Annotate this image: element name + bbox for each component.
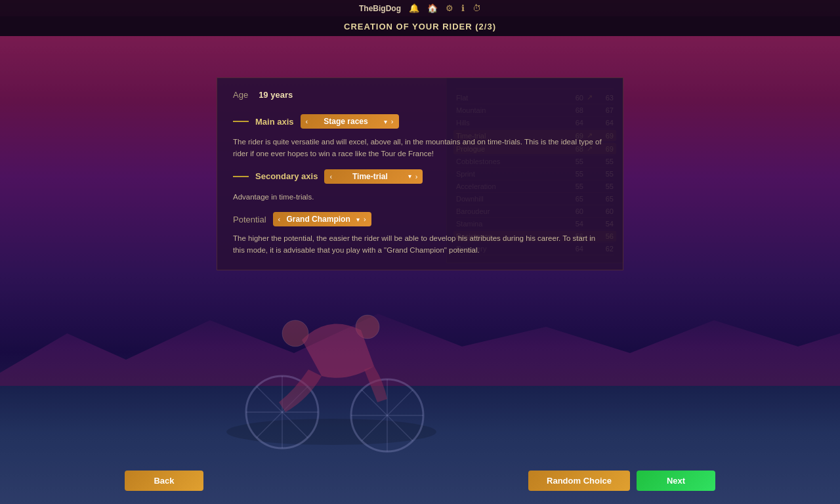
potential-value: Grand Champion [284,215,352,224]
selector-right-arrow[interactable]: › [391,117,394,125]
main-axis-label: Main axis [255,117,294,127]
next-button[interactable]: Next [637,471,715,491]
username: TheBigDog [359,4,401,13]
title-bar: CREATION OF YOUR RIDER (2/3) [0,16,840,36]
main-axis-description: The rider is quite versatile and will ex… [233,136,607,160]
info-icon[interactable]: ℹ [461,3,465,13]
back-button[interactable]: Back [125,471,203,491]
section-divider [233,121,249,122]
page-title: CREATION OF YOUR RIDER (2/3) [344,22,496,32]
age-label: Age [233,90,248,100]
sec-selector-down-arrow[interactable]: ▾ [408,173,411,180]
secondary-axis-selector[interactable]: ‹ Time-trial ▾ › [324,169,423,184]
secondary-axis-header: Secondary axis ‹ Time-trial ▾ › [233,169,607,184]
secondary-axis-label: Secondary axis [255,171,318,181]
sec-selector-left-arrow[interactable]: ‹ [329,173,332,180]
potential-selector[interactable]: ‹ Grand Champion ▾ › [273,212,371,226]
potential-description: The higher the potential, the easier the… [233,233,607,257]
main-axis-header: Main axis ‹ Stage races ▾ › [233,114,607,129]
main-axis-value: Stage races [312,117,380,126]
pot-selector-left-arrow[interactable]: ‹ [278,215,281,223]
right-buttons: Random Choice Next [528,471,715,491]
cyclist-image [217,261,446,471]
main-panel: Age 19 years Main axis ‹ Stage races ▾ ›… [217,77,623,270]
bell-icon[interactable]: 🔔 [409,3,419,13]
bottom-bar: Back Random Choice Next [0,471,840,491]
timer-icon[interactable]: ⏱ [472,3,481,13]
secondary-axis-value: Time-trial [336,172,404,181]
potential-row: Potential ‹ Grand Champion ▾ › [233,212,607,226]
age-row: Age 19 years [233,90,607,100]
sec-selector-right-arrow[interactable]: › [415,173,418,180]
home-icon[interactable]: 🏠 [427,3,438,13]
age-value: 19 years [259,90,293,100]
section-divider-2 [233,176,249,177]
pot-selector-right-arrow[interactable]: › [364,215,366,223]
top-bar: TheBigDog 🔔 🏠 ⚙ ℹ ⏱ [0,0,840,16]
cyclist-svg [217,261,446,471]
selector-left-arrow[interactable]: ‹ [306,117,308,125]
potential-label: Potential [233,215,266,224]
pot-selector-down-arrow[interactable]: ▾ [356,216,360,223]
selector-down-arrow[interactable]: ▾ [384,118,387,125]
main-axis-selector[interactable]: ‹ Stage races ▾ › [301,114,399,129]
random-choice-button[interactable]: Random Choice [528,471,630,491]
secondary-axis-description: Advantage in time-trials. [233,192,607,203]
gear-icon[interactable]: ⚙ [446,3,453,13]
svg-point-0 [226,419,436,445]
